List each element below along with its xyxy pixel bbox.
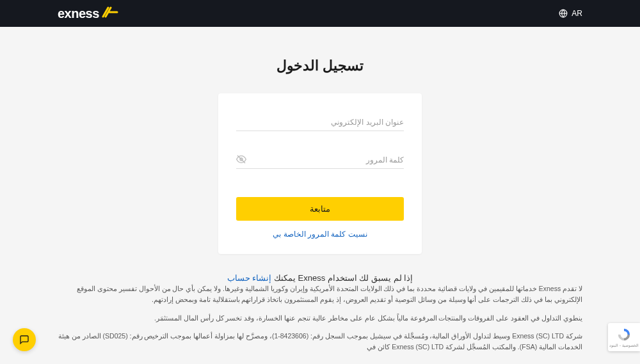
- globe-icon: [559, 9, 568, 18]
- main-content: تسجيل الدخول متابعة نسيت كلمة المرور الخ…: [0, 27, 640, 283]
- password-input[interactable]: [236, 150, 404, 169]
- brand-name: exness: [58, 6, 99, 21]
- chat-icon: [19, 335, 29, 345]
- toggle-password-visibility-icon[interactable]: [236, 154, 246, 164]
- signup-text-prefix: إذا لم يسبق لك استخدام Exness يمكنك: [271, 273, 413, 283]
- footer-disclaimers: لا تقدم Exness خدماتها للمقيمين في ولايا…: [0, 283, 640, 364]
- brand-logo[interactable]: exness: [58, 5, 118, 22]
- recaptcha-label: الخصوصية - البنود: [609, 343, 638, 347]
- page-title: تسجيل الدخول: [276, 58, 364, 74]
- chat-support-button[interactable]: [13, 328, 36, 351]
- password-field-wrapper: [236, 150, 404, 169]
- language-selector[interactable]: AR: [559, 9, 582, 18]
- continue-button[interactable]: متابعة: [236, 197, 404, 221]
- disclaimer-paragraph: لا تقدم Exness خدماتها للمقيمين في ولايا…: [58, 283, 582, 305]
- disclaimer-paragraph: ينطوي التداول في العقود على الفروقات وال…: [58, 313, 582, 324]
- top-header: AR exness: [0, 0, 640, 27]
- email-field-wrapper: [236, 113, 404, 131]
- create-account-link[interactable]: إنشاء حساب: [227, 273, 272, 283]
- lang-code: AR: [572, 9, 582, 18]
- logo-mark-icon: [102, 5, 118, 22]
- login-card: متابعة نسيت كلمة المرور الخاصة بي: [218, 93, 422, 254]
- disclaimer-paragraph: شركة Exness (SC) LTD وسيط لتداول الأوراق…: [58, 331, 582, 352]
- recaptcha-icon: [617, 328, 631, 342]
- signup-prompt: إذا لم يسبق لك استخدام Exness يمكنك إنشا…: [227, 273, 413, 283]
- forgot-password-link[interactable]: نسيت كلمة المرور الخاصة بي: [236, 230, 404, 239]
- recaptcha-badge[interactable]: الخصوصية - البنود: [608, 323, 640, 351]
- email-input[interactable]: [236, 113, 404, 131]
